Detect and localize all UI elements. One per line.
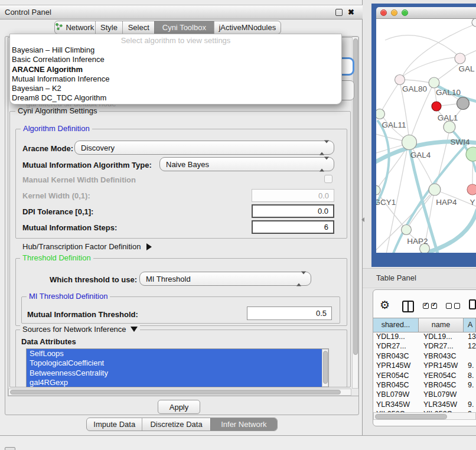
mi-threshold-field[interactable]: 0.5 xyxy=(247,306,332,320)
tab-network[interactable]: Network xyxy=(55,21,95,34)
table-body: YDL19...YDL19...13YDR27...YDR27...12YBR0… xyxy=(373,332,476,413)
cell-shared-name: YER054C xyxy=(373,371,419,380)
mi-type-value: Naive Bayes xyxy=(166,160,209,169)
tab-infer-network[interactable]: Infer Network xyxy=(210,418,277,431)
aracne-mode-label: Aracne Mode: xyxy=(22,144,73,153)
tab-label: Discretize Data xyxy=(150,420,202,429)
tab-label: Style xyxy=(100,23,118,32)
table-row[interactable]: YDR27...YDR27...12 xyxy=(373,341,476,351)
sources-title-row[interactable]: Sources for Network Inference xyxy=(20,325,140,334)
select-checks-icon[interactable] xyxy=(423,303,437,309)
tab-jactivemnodules[interactable]: jActiveMNodules xyxy=(214,21,281,34)
column-header[interactable]: shared... xyxy=(373,318,419,332)
table-horizontal-scrollbar[interactable] xyxy=(373,412,476,420)
minimized-panel-button[interactable] xyxy=(5,447,15,450)
table-row[interactable]: YBL079WYBL079W xyxy=(373,390,476,399)
dropdown-item[interactable]: Basic Correlation Inference xyxy=(10,55,341,64)
kernel-width-label: Kernel Width (0,1): xyxy=(22,191,90,200)
network-edge[interactable] xyxy=(412,87,432,135)
split-columns-icon[interactable] xyxy=(402,301,414,312)
mi-type-combo[interactable]: Naive Bayes xyxy=(159,157,334,171)
column-header[interactable]: A xyxy=(464,318,476,332)
network-edge[interactable] xyxy=(438,64,459,80)
table-row[interactable]: YPR145WYPR145W9. xyxy=(373,361,476,370)
attribute-item[interactable]: BetweennessCentrality xyxy=(27,369,328,378)
attr-list-scrollbar[interactable] xyxy=(322,349,328,387)
algorithm-definition-title: Algorithm Definition xyxy=(21,124,92,133)
which-threshold-label: Which threshold to use: xyxy=(50,275,137,284)
network-node-gal10[interactable] xyxy=(429,77,439,88)
network-node-gal1[interactable] xyxy=(432,102,441,111)
settings-horizontal-scrollbar[interactable] xyxy=(8,389,351,396)
tab-style[interactable]: Style xyxy=(95,21,123,34)
tab-label: Network xyxy=(66,23,94,32)
network-node-gal[interactable] xyxy=(455,53,465,64)
network-node-gal4[interactable] xyxy=(402,135,417,150)
aracne-mode-combo[interactable]: Discovery xyxy=(74,141,334,155)
dropdown-item[interactable]: ARACNE Algorithm xyxy=(10,65,341,74)
dropdown-item-list: Bayesian – Hill ClimbingBasic Correlatio… xyxy=(10,45,341,103)
tab-cyni-toolbox[interactable]: Cyni Toolbox xyxy=(154,21,213,34)
dropdown-item[interactable]: Bayesian – K2 xyxy=(10,84,341,93)
network-edge[interactable] xyxy=(376,134,402,141)
network-node-swi4[interactable] xyxy=(444,121,455,133)
page-icon[interactable] xyxy=(469,299,476,309)
manual-kernel-label: Manual Kernel Width Definition xyxy=(22,175,136,184)
deselect-checks-icon[interactable] xyxy=(446,303,460,309)
kernel-width-field[interactable]: 0.0 xyxy=(252,189,334,202)
node-label: GAL80 xyxy=(402,84,427,93)
table-row[interactable]: YLR345WYLR345W9. xyxy=(373,400,476,409)
network-window-titlebar[interactable] xyxy=(376,7,476,19)
dpi-tolerance-field[interactable]: 0.0 xyxy=(252,204,334,218)
minimize-button[interactable] xyxy=(391,9,397,16)
panel-collapse-arrow[interactable] xyxy=(361,217,364,222)
network-edge[interactable] xyxy=(464,50,476,56)
table-header: shared...nameA xyxy=(373,318,476,332)
zoom-button[interactable] xyxy=(402,9,408,16)
network-edge[interactable] xyxy=(441,104,457,106)
network-edge[interactable] xyxy=(400,57,456,79)
mi-threshold-label: Mutual Information Threshold: xyxy=(27,310,138,319)
combo-stepper-icon xyxy=(319,144,329,152)
network-node-gal80[interactable] xyxy=(395,75,405,85)
network-node-y[interactable] xyxy=(467,184,476,195)
cell-value xyxy=(464,390,476,399)
tab-label: Select xyxy=(128,23,149,32)
tab-select[interactable]: Select xyxy=(122,21,154,34)
dropdown-item[interactable]: Mutual Information Inference xyxy=(10,74,341,84)
which-threshold-combo[interactable]: MI Threshold xyxy=(139,272,311,286)
close-icon[interactable]: ✖ xyxy=(348,8,354,16)
column-header[interactable]: name xyxy=(419,318,464,332)
table-row[interactable]: YDL19...YDL19...13 xyxy=(373,332,476,341)
float-icon[interactable] xyxy=(335,9,343,16)
attribute-item[interactable]: gal4RGexp xyxy=(27,378,328,387)
dropdown-item[interactable]: Dream8 DC_TDC Algorithm xyxy=(10,93,341,103)
hub-definition-row[interactable]: Hub/Transcription Factor Definition xyxy=(22,242,152,251)
data-attributes-label: Data Attributes xyxy=(21,337,76,346)
table-row[interactable]: YBR045CYBR045C9. xyxy=(373,380,476,390)
data-attributes-list[interactable]: SelfLoopsTopologicalCoefficientBetweenne… xyxy=(26,348,329,387)
tab-discretize-data[interactable]: Discretize Data xyxy=(142,418,210,431)
network-node-hap4[interactable] xyxy=(429,184,441,195)
mi-steps-field[interactable]: 6 xyxy=(252,220,334,234)
chevron-down-icon xyxy=(131,327,138,332)
table-row[interactable]: YBR043CYBR043C xyxy=(373,351,476,361)
network-edge[interactable] xyxy=(385,35,460,57)
network-node[interactable] xyxy=(457,97,470,110)
attribute-item[interactable]: SelfLoops xyxy=(27,349,328,358)
network-edge[interactable] xyxy=(382,83,399,110)
table-row[interactable]: YER054CYER054C8. xyxy=(373,371,476,380)
network-node-hap2[interactable] xyxy=(402,225,412,235)
network-node-gal11[interactable] xyxy=(376,109,385,119)
tab-impute-data[interactable]: Impute Data xyxy=(87,418,142,431)
apply-button[interactable]: Apply xyxy=(158,400,200,414)
cell-name: YER054C xyxy=(419,371,464,380)
close-button[interactable] xyxy=(380,9,387,16)
cell-name: YBL079W xyxy=(419,390,464,399)
network-canvas[interactable]: GALGAL80GAL10GAL1GAL11SWI4GAL4GCY1HAP4YH… xyxy=(376,19,476,253)
attribute-item[interactable]: TopologicalCoefficient xyxy=(27,358,328,368)
dropdown-item[interactable]: Bayesian – Hill Climbing xyxy=(10,45,341,55)
network-node-gcy1[interactable] xyxy=(376,185,380,195)
manual-kernel-checkbox[interactable] xyxy=(324,175,332,183)
gear-icon[interactable]: ⚙ xyxy=(380,299,390,311)
